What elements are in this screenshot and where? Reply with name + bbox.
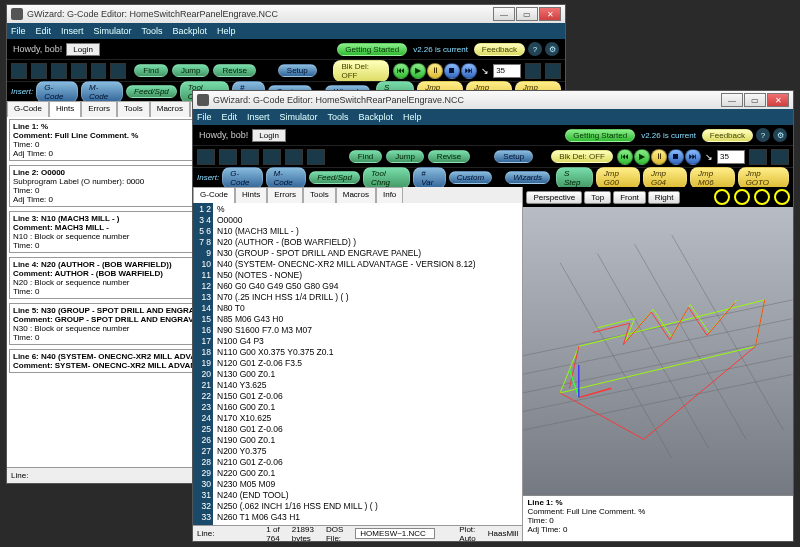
- menu-tools[interactable]: Tools: [328, 112, 349, 122]
- refresh-icon[interactable]: [771, 149, 789, 165]
- jmp-g00[interactable]: Jmp G00: [596, 167, 640, 189]
- setup-button[interactable]: Setup: [494, 150, 533, 163]
- speed-input[interactable]: [493, 64, 521, 78]
- insert-toolchng[interactable]: Tool Chng: [363, 167, 410, 189]
- minimize-button[interactable]: —: [721, 93, 743, 107]
- copy-icon[interactable]: [91, 63, 107, 79]
- play-button[interactable]: ▶: [634, 149, 650, 165]
- view-top[interactable]: Top: [584, 191, 611, 204]
- menu-simulator[interactable]: Simulator: [94, 26, 132, 36]
- zoom-in-icon[interactable]: [714, 189, 730, 205]
- stop-button[interactable]: ⏹: [668, 149, 684, 165]
- insert-feedspd[interactable]: Feed/Spd: [126, 85, 177, 98]
- paste-icon[interactable]: [307, 149, 325, 165]
- zoom-window-icon[interactable]: [774, 189, 790, 205]
- insert-var[interactable]: # Var: [413, 167, 445, 189]
- insert-wizards[interactable]: Wizards: [505, 171, 550, 184]
- insert-mcode[interactable]: M-Code: [81, 81, 123, 103]
- setup-button[interactable]: Setup: [278, 64, 317, 77]
- menu-backplot[interactable]: Backplot: [359, 112, 394, 122]
- menu-edit[interactable]: Edit: [222, 112, 238, 122]
- menu-help[interactable]: Help: [217, 26, 236, 36]
- feedback-button[interactable]: Feedback: [474, 43, 525, 56]
- menu-edit[interactable]: Edit: [36, 26, 52, 36]
- find-button[interactable]: Find: [349, 150, 383, 163]
- open-icon[interactable]: [31, 63, 47, 79]
- tab-info[interactable]: Info: [376, 187, 403, 203]
- sstep-button[interactable]: S Step: [556, 167, 593, 189]
- help-icon[interactable]: ?: [756, 128, 770, 142]
- menu-backplot[interactable]: Backplot: [173, 26, 208, 36]
- dos-filename[interactable]: [355, 528, 435, 539]
- pause-button[interactable]: ⏸: [651, 149, 667, 165]
- save-icon[interactable]: [51, 63, 67, 79]
- login-button[interactable]: Login: [66, 43, 100, 56]
- insert-mcode[interactable]: M-Code: [266, 167, 307, 189]
- blkdel-button[interactable]: Blk Del: OFF: [333, 60, 389, 82]
- view-right[interactable]: Right: [648, 191, 681, 204]
- tab-hints[interactable]: Hints: [49, 101, 81, 117]
- help-icon[interactable]: ?: [528, 42, 542, 56]
- tab-errors[interactable]: Errors: [81, 101, 117, 117]
- step-up-icon[interactable]: [525, 63, 541, 79]
- tab-hints[interactable]: Hints: [235, 187, 267, 203]
- jmp-g04[interactable]: Jmp G04: [643, 167, 687, 189]
- maximize-button[interactable]: ▭: [744, 93, 766, 107]
- view-perspective[interactable]: Perspective: [526, 191, 582, 204]
- insert-gcode[interactable]: G-Code: [36, 81, 78, 103]
- view-front[interactable]: Front: [613, 191, 646, 204]
- save-icon[interactable]: [241, 149, 259, 165]
- rewind-button[interactable]: ⏮: [393, 63, 409, 79]
- tab-macros[interactable]: Macros: [150, 101, 190, 117]
- rewind-button[interactable]: ⏮: [617, 149, 633, 165]
- jmp-m06[interactable]: Jmp M06: [690, 167, 735, 189]
- revise-button[interactable]: Revise: [213, 64, 255, 77]
- code-text[interactable]: % O0000 N10 (MACH3 MILL - ) N20 (AUTHOR …: [213, 203, 522, 525]
- feedback-button[interactable]: Feedback: [702, 129, 753, 142]
- menu-help[interactable]: Help: [403, 112, 422, 122]
- find-button[interactable]: Find: [134, 64, 168, 77]
- tab-gcode[interactable]: G-Code: [193, 187, 235, 203]
- maximize-button[interactable]: ▭: [516, 7, 538, 21]
- open-icon[interactable]: [219, 149, 237, 165]
- code-body[interactable]: 1 2 3 4 5 6 7 8 9 10 11 12 13 14 15 16 1…: [193, 203, 522, 525]
- jump-button[interactable]: Jump: [386, 150, 424, 163]
- menu-insert[interactable]: Insert: [61, 26, 84, 36]
- cut-icon[interactable]: [71, 63, 87, 79]
- new-icon[interactable]: [11, 63, 27, 79]
- menu-simulator[interactable]: Simulator: [280, 112, 318, 122]
- close-button[interactable]: ✕: [767, 93, 789, 107]
- revise-button[interactable]: Revise: [428, 150, 470, 163]
- settings-icon[interactable]: ⚙: [773, 128, 787, 142]
- zoom-out-icon[interactable]: [734, 189, 750, 205]
- tab-macros[interactable]: Macros: [336, 187, 376, 203]
- backplot-canvas[interactable]: Line 1: % Comment: Full Line Comment. % …: [523, 207, 793, 541]
- insert-custom[interactable]: Custom: [449, 171, 493, 184]
- forward-button[interactable]: ⏭: [461, 63, 477, 79]
- tab-tools[interactable]: Tools: [303, 187, 336, 203]
- stop-button[interactable]: ⏹: [444, 63, 460, 79]
- settings-icon[interactable]: ⚙: [545, 42, 559, 56]
- refresh-icon[interactable]: [545, 63, 561, 79]
- copy-icon[interactable]: [285, 149, 303, 165]
- jmp-goto[interactable]: Jmp GOTO: [738, 167, 789, 189]
- menu-file[interactable]: File: [197, 112, 212, 122]
- getting-started-button[interactable]: Getting Started: [337, 43, 407, 56]
- tab-tools[interactable]: Tools: [117, 101, 150, 117]
- step-up-icon[interactable]: [749, 149, 767, 165]
- tab-gcode[interactable]: G-Code: [7, 101, 49, 117]
- minimize-button[interactable]: —: [493, 7, 515, 21]
- menu-tools[interactable]: Tools: [142, 26, 163, 36]
- tab-errors[interactable]: Errors: [267, 187, 303, 203]
- new-icon[interactable]: [197, 149, 215, 165]
- cut-icon[interactable]: [263, 149, 281, 165]
- insert-gcode[interactable]: G-Code: [222, 167, 262, 189]
- speed-input[interactable]: [717, 150, 745, 164]
- insert-feedspd[interactable]: Feed/Spd: [309, 171, 360, 184]
- login-button[interactable]: Login: [252, 129, 286, 142]
- jump-button[interactable]: Jump: [172, 64, 210, 77]
- paste-icon[interactable]: [110, 63, 126, 79]
- play-button[interactable]: ▶: [410, 63, 426, 79]
- zoom-fit-icon[interactable]: [754, 189, 770, 205]
- close-button[interactable]: ✕: [539, 7, 561, 21]
